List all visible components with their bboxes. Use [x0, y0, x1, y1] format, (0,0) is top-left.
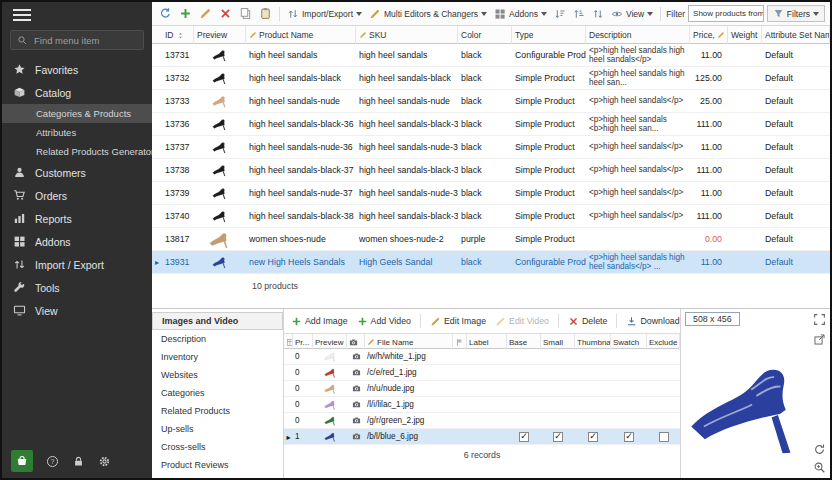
column-header-color[interactable]: Color — [458, 26, 512, 44]
image-row-n-u-nude-jpg[interactable]: 0/n/u/nude.jpg — [284, 381, 680, 397]
column-header-id[interactable]: ID — [162, 26, 194, 44]
addons-menu[interactable]: Addons — [492, 6, 549, 22]
product-row-13737[interactable]: 13737high heel sandals-nude-36high heel … — [152, 136, 830, 159]
column-header-exclude[interactable]: Exclude — [647, 334, 680, 350]
column-header-small[interactable]: Small — [541, 334, 575, 350]
tab-images-and-video[interactable]: Images and Video — [152, 312, 283, 330]
column-header-file-name[interactable]: File Name — [365, 334, 453, 350]
column-label: Price, — [693, 30, 715, 40]
sidebar-search-input[interactable]: Find menu item — [10, 30, 144, 50]
reorder-button[interactable] — [590, 6, 606, 22]
sidebar-item-import-export[interactable]: Import / Export — [2, 253, 152, 276]
tab-categories[interactable]: Categories — [152, 384, 283, 402]
zoom-icon[interactable] — [813, 461, 826, 474]
checkbox-base[interactable]: ✓ — [519, 432, 529, 442]
column-header-attribute-set-name[interactable]: Attribute Set Name — [762, 26, 830, 44]
tab-inventory[interactable]: Inventory — [152, 348, 283, 366]
refresh-button[interactable] — [157, 5, 174, 22]
paste-button[interactable] — [257, 5, 274, 22]
column-header-description[interactable]: Description — [586, 26, 690, 44]
download-image-button[interactable]: Download Image — [624, 314, 680, 329]
store-button[interactable] — [11, 450, 33, 472]
image-row-c-e-red-1-jpg[interactable]: 0/c/e/red_1.jpg — [284, 365, 680, 381]
tab-product-reviews[interactable]: Product Reviews — [152, 456, 283, 474]
sort-descending-button[interactable] — [571, 6, 587, 22]
image-row-g-r-green-2-jpg[interactable]: 0/g/r/green_2.jpg — [284, 413, 680, 429]
rotate-icon[interactable] — [813, 443, 826, 456]
view-menu[interactable]: View — [609, 6, 655, 22]
edit-image-button[interactable]: Edit Image — [428, 314, 488, 329]
product-row-13740[interactable]: 13740high heel sandals-black-38high heel… — [152, 205, 830, 228]
product-row-13732[interactable]: 13732high heel sandals-blackhigh heel sa… — [152, 67, 830, 90]
sidebar-item-attributes[interactable]: Attributes — [2, 123, 152, 142]
delete-button[interactable]: Delete — [566, 314, 609, 329]
cell-exclude — [647, 397, 680, 412]
help-icon[interactable]: ? — [46, 455, 59, 468]
column-label: Preview — [315, 338, 343, 347]
add-image-button[interactable]: Add Image — [289, 314, 350, 329]
sidebar-item-customers[interactable]: Customers — [2, 161, 152, 184]
sidebar-item-reports[interactable]: Reports — [2, 207, 152, 230]
product-row-13817[interactable]: 13817women shoes-nudewomen shoes-nude-2p… — [152, 228, 830, 251]
category-filter-select[interactable]: Show products from selected categories — [688, 5, 764, 22]
row-marker — [284, 349, 293, 364]
image-row-b-l-blue-6-jpg[interactable]: ▸1/b/l/blue_6.jpg✓✓✓✓ — [284, 429, 680, 445]
column-header-thumbna[interactable]: Thumbna — [575, 334, 611, 350]
sidebar-item-categories-products[interactable]: Categories & Products — [2, 104, 152, 123]
sidebar-item-related-products-generator[interactable]: Related Products Generator — [2, 142, 152, 161]
image-row-l-i-lilac-1-jpg[interactable]: 0/l/i/lilac_1.jpg — [284, 397, 680, 413]
column-header-swatch[interactable]: Swatch — [611, 334, 647, 350]
tab-cross-sells[interactable]: Cross-sells — [152, 438, 283, 456]
product-row-13738[interactable]: 13738high heel sandals-black-37high heel… — [152, 159, 830, 182]
column-header-flag-icon[interactable] — [453, 334, 467, 350]
product-row-13731[interactable]: 13731high heel sandalshigh heel sandalsb… — [152, 44, 830, 67]
product-row-13733[interactable]: 13733high heel sandals-nudehigh heel san… — [152, 90, 830, 113]
add-video-button[interactable]: Add Video — [355, 314, 413, 329]
checkbox-thumbnail[interactable]: ✓ — [588, 432, 598, 442]
column-header-camera-icon[interactable] — [347, 334, 365, 350]
checkbox-exclude[interactable] — [659, 432, 669, 442]
sidebar-item-orders[interactable]: Orders — [2, 184, 152, 207]
column-header-preview[interactable]: Preview — [194, 26, 246, 44]
column-header-pr[interactable]: Pr... — [293, 334, 313, 350]
sort-ascending-button[interactable] — [552, 6, 568, 22]
product-row-13736[interactable]: 13736high heel sandals-black-36high heel… — [152, 113, 830, 136]
import-export-menu[interactable]: Import/Export — [285, 6, 364, 22]
tab-up-sells[interactable]: Up-sells — [152, 420, 283, 438]
sidebar-item-catalog[interactable]: Catalog — [2, 81, 152, 104]
sidebar-item-view[interactable]: View — [2, 299, 152, 322]
column-header-product-name[interactable]: Product Name — [246, 26, 356, 44]
column-header-type[interactable]: Type — [512, 26, 586, 44]
edit-product-button[interactable] — [197, 5, 214, 22]
fullscreen-icon[interactable] — [813, 313, 826, 326]
image-row-w-h-white-1-jpg[interactable]: 0/w/h/white_1.jpg — [284, 349, 680, 365]
sidebar-item-favorites[interactable]: Favorites — [2, 58, 152, 81]
column-header-sku[interactable]: SKU — [356, 26, 458, 44]
sidebar-item-addons[interactable]: Addons — [2, 230, 152, 253]
open-external-icon[interactable] — [813, 333, 826, 346]
lock-icon[interactable] — [72, 455, 85, 468]
checkbox-swatch[interactable]: ✓ — [624, 432, 634, 442]
delete-product-button[interactable] — [217, 5, 234, 22]
add-product-button[interactable] — [177, 5, 194, 22]
image-size-field[interactable]: 508 x 456 — [685, 312, 740, 326]
filters-button[interactable]: Filters — [767, 5, 825, 22]
tab-websites[interactable]: Websites — [152, 366, 283, 384]
column-header-weight[interactable]: Weight — [728, 26, 762, 44]
cell-small: ✓ — [541, 429, 575, 444]
menu-toggle-icon[interactable] — [2, 2, 44, 28]
sidebar-item-tools[interactable]: Tools — [2, 276, 152, 299]
gear-icon[interactable] — [98, 455, 111, 468]
multi-editors-menu[interactable]: Multi Editors & Changers — [367, 6, 489, 22]
column-header-label[interactable]: Label — [467, 334, 507, 350]
copy-button[interactable] — [237, 5, 254, 22]
tab-related-products[interactable]: Related Products — [152, 402, 283, 420]
column-header-price[interactable]: Price, — [690, 26, 728, 44]
checkbox-small[interactable]: ✓ — [553, 432, 563, 442]
tab-description[interactable]: Description — [152, 330, 283, 348]
column-header-base[interactable]: Base — [507, 334, 541, 350]
column-header-table-icon[interactable] — [284, 334, 293, 350]
product-row-13739[interactable]: 13739high heel sandals-nude-37high heel … — [152, 182, 830, 205]
product-row-13931[interactable]: ▸13931new High Heels SandalsHigh Geels S… — [152, 251, 830, 274]
column-header-preview[interactable]: Preview — [313, 334, 347, 350]
